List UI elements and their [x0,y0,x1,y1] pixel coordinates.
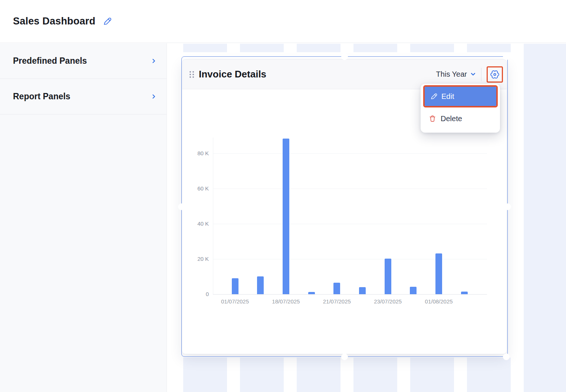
pencil-icon [430,93,438,100]
resize-handle-top[interactable] [341,53,348,60]
gridline [213,189,487,189]
grid-column-strips-bottom [183,358,566,392]
x-tick-label: 21/07/2025 [313,298,361,305]
y-tick-label: 20 K [182,255,209,263]
bar [308,292,315,294]
menu-item-label: Edit [441,92,454,101]
bar [359,287,366,294]
x-tick-label: 01/07/2025 [211,298,259,305]
panel-context-menu: Edit Delete [421,84,500,133]
bar [410,287,417,294]
screen: Sales Dashboard Predefined Panels Report… [0,0,566,392]
menu-item-label: Delete [441,114,462,123]
bar [283,139,289,294]
bar [385,259,391,294]
page-header: Sales Dashboard [0,0,566,43]
resize-handle-bottom-right[interactable] [503,353,510,360]
x-tick-label: 18/07/2025 [262,298,310,305]
grid-column-strip-right [524,44,566,392]
x-tick-label: 01/08/2025 [415,298,463,305]
chevron-right-icon [151,93,157,100]
sidebar-item-label: Predefined Panels [13,56,87,66]
menu-item-delete[interactable]: Delete [421,107,500,130]
bar [435,253,442,294]
sidebar-item-predefined-panels[interactable]: Predefined Panels [0,43,167,79]
menu-item-edit[interactable]: Edit [425,87,496,106]
resize-handle-right[interactable] [504,203,511,210]
gridline [213,153,487,154]
edit-pencil-icon [102,17,112,26]
sidebar-item-report-panels[interactable]: Report Panels [0,79,167,114]
bar [257,276,264,294]
gridline [213,259,487,259]
grid-column-strips-top [183,44,566,52]
sidebar: Predefined Panels Report Panels [0,43,167,392]
y-tick-label: 0 [182,290,209,298]
annotation-box-edit: Edit [423,85,498,107]
trash-icon [428,114,437,123]
resize-handle-top-right[interactable] [503,53,510,60]
resize-handle-left[interactable] [178,203,185,210]
y-axis-line [213,137,213,294]
gridline [213,224,487,224]
resize-handle-bottom[interactable] [341,353,348,360]
sidebar-item-label: Report Panels [13,92,70,102]
rename-dashboard-button[interactable] [102,17,112,26]
y-tick-label: 60 K [182,185,209,192]
bar [333,283,340,294]
y-tick-label: 40 K [182,220,209,227]
y-tick-label: 80 K [182,150,209,157]
bar [461,292,468,294]
chevron-right-icon [151,58,157,64]
gridline [213,294,487,295]
x-tick-label: 23/07/2025 [364,298,412,305]
bar [232,278,238,294]
page-title: Sales Dashboard [13,16,95,27]
